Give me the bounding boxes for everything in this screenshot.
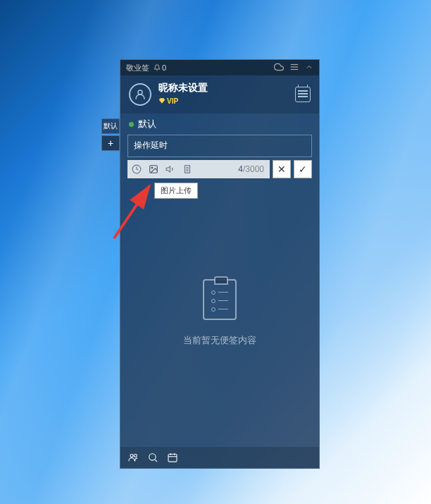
category-row[interactable]: 默认 — [120, 113, 319, 135]
notification-bell[interactable]: 0 — [154, 63, 166, 72]
note-input[interactable]: 操作延时 — [128, 135, 311, 156]
editor-toolbar: 4/3000 图片上传 ✕ ✓ — [127, 160, 312, 178]
audio-icon[interactable] — [165, 164, 175, 174]
side-tab-bar: 默认 + — [101, 118, 120, 151]
avatar[interactable] — [129, 83, 151, 106]
category-name: 默认 — [138, 118, 156, 130]
tooltip: 图片上传 — [154, 183, 198, 199]
content-area: 操作延时 4/3000 图片上传 ✕ — [120, 135, 319, 447]
calendar-bottom-icon[interactable] — [167, 452, 178, 463]
cancel-button[interactable]: ✕ — [273, 160, 291, 178]
app-title: 敬业签 — [126, 63, 149, 73]
svg-point-14 — [149, 454, 156, 460]
svg-point-12 — [130, 454, 133, 457]
calendar-button[interactable] — [295, 87, 311, 102]
user-icon — [134, 88, 146, 101]
cloud-sync-icon[interactable] — [274, 62, 284, 73]
confirm-button[interactable]: ✓ — [294, 160, 312, 178]
bell-icon — [154, 64, 161, 71]
clock-icon[interactable] — [132, 164, 142, 174]
user-header: 昵称未设置 VIP — [120, 75, 319, 113]
empty-state: 当前暂无便签内容 — [127, 178, 312, 447]
notification-count: 0 — [162, 63, 166, 72]
app-window: 敬业签 0 昵称未设置 VIP 默认 — [120, 59, 320, 469]
status-dot-icon — [129, 122, 134, 127]
side-tab-default[interactable]: 默认 — [101, 118, 120, 134]
file-icon[interactable] — [182, 164, 192, 174]
side-tab-add[interactable]: + — [101, 135, 120, 151]
svg-point-13 — [134, 454, 137, 457]
empty-message: 当前暂无便签内容 — [183, 334, 256, 347]
vip-badge: VIP — [158, 97, 178, 105]
svg-point-3 — [138, 90, 142, 94]
nickname: 昵称未设置 — [158, 82, 295, 94]
diamond-icon — [158, 97, 165, 104]
clipboard-icon — [203, 279, 237, 320]
bottom-bar — [120, 447, 319, 468]
search-icon[interactable] — [147, 452, 158, 463]
svg-marker-7 — [166, 166, 170, 172]
char-counter: 4/3000 — [238, 164, 264, 174]
svg-point-6 — [151, 167, 153, 168]
svg-rect-16 — [168, 454, 177, 462]
titlebar: 敬业签 0 — [120, 60, 319, 75]
svg-line-15 — [155, 460, 157, 462]
contacts-icon[interactable] — [127, 452, 139, 463]
collapse-icon[interactable] — [305, 63, 313, 73]
image-upload-icon[interactable] — [149, 164, 158, 174]
note-input-box: 操作延时 — [127, 135, 312, 157]
menu-icon[interactable] — [289, 62, 299, 73]
